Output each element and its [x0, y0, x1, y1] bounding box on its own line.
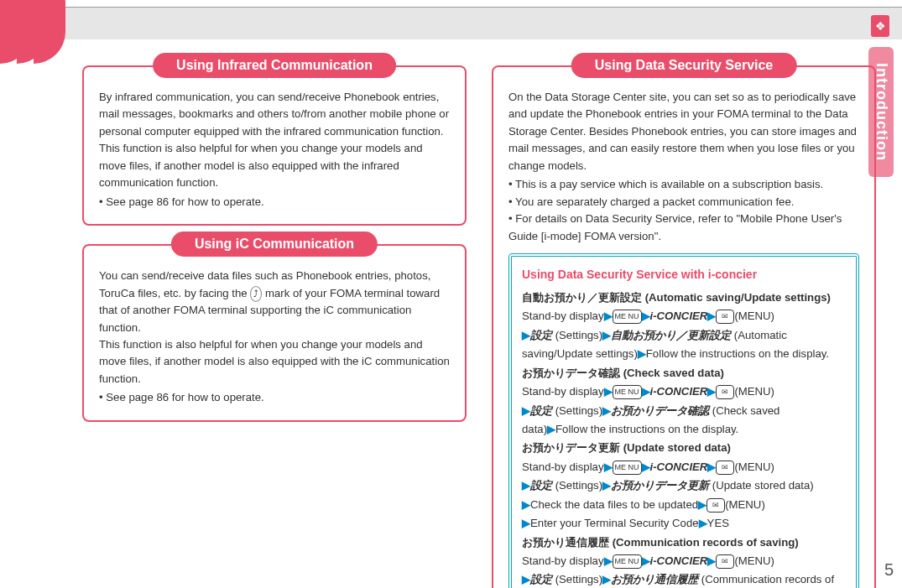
- right-column: Using Data Security Service On the Data …: [492, 65, 876, 588]
- section-comm-records: お預かり通信履歴 (Communication records of savin…: [522, 533, 846, 588]
- mail-button-icon: ✉: [716, 310, 734, 324]
- dss-body: On the Data Storage Center site, you can…: [508, 89, 859, 174]
- ic-body2: This function is also helpful for when y…: [99, 336, 450, 388]
- infrared-body1: By infrared communication, you can send/…: [99, 89, 450, 140]
- header-band: [0, 7, 902, 40]
- dss-title: Using Data Security Service: [571, 53, 797, 78]
- dss-note-1: This is a pay service which is available…: [508, 176, 859, 193]
- bookmark-icon: ❖: [871, 15, 889, 37]
- infrared-note: See page 86 for how to operate.: [99, 194, 450, 211]
- dss-note-2: You are separately charged a packet comm…: [508, 194, 859, 211]
- page-number: 5: [884, 560, 894, 580]
- menu-button-icon: ME NU: [613, 554, 642, 569]
- ic-note: See page 86 for how to operate.: [99, 389, 450, 406]
- ic-card: Using iC Communication You can send/rece…: [82, 244, 467, 422]
- menu-button-icon: ME NU: [613, 310, 642, 324]
- menu-button-icon: ME NU: [613, 461, 642, 475]
- ic-body1: You can send/receive data files such as …: [99, 268, 450, 336]
- iconcier-box: Using Data Security Service with i-conci…: [508, 253, 859, 588]
- felica-mark-icon: ⤴: [250, 286, 262, 302]
- mail-button-icon: ✉: [706, 498, 725, 513]
- iconcier-title: Using Data Security Service with i-conci…: [522, 265, 846, 285]
- section-auto-save: 自動お預かり／更新設定 (Automatic saving/Update set…: [522, 289, 846, 364]
- header-decor: [0, 0, 50, 64]
- mail-button-icon: ✉: [716, 385, 734, 399]
- infrared-card: Using Infrared Communication By infrared…: [82, 65, 467, 226]
- mail-button-icon: ✉: [716, 461, 734, 475]
- infrared-body2: This function is also helpful for when y…: [99, 140, 450, 191]
- left-column: Using Infrared Communication By infrared…: [82, 65, 467, 588]
- section-check-saved: お預かりデータ確認 (Check saved data) Stand-by di…: [522, 364, 846, 440]
- infrared-title: Using Infrared Communication: [153, 53, 396, 78]
- dss-note-3: For details on Data Security Service, re…: [508, 211, 859, 245]
- mail-button-icon: ✉: [716, 554, 734, 569]
- ic-title: Using iC Communication: [171, 232, 378, 257]
- dss-card: Using Data Security Service On the Data …: [492, 65, 876, 588]
- menu-button-icon: ME NU: [613, 385, 642, 399]
- section-update-stored: お預かりデータ更新 (Update stored data) Stand-by …: [522, 439, 846, 533]
